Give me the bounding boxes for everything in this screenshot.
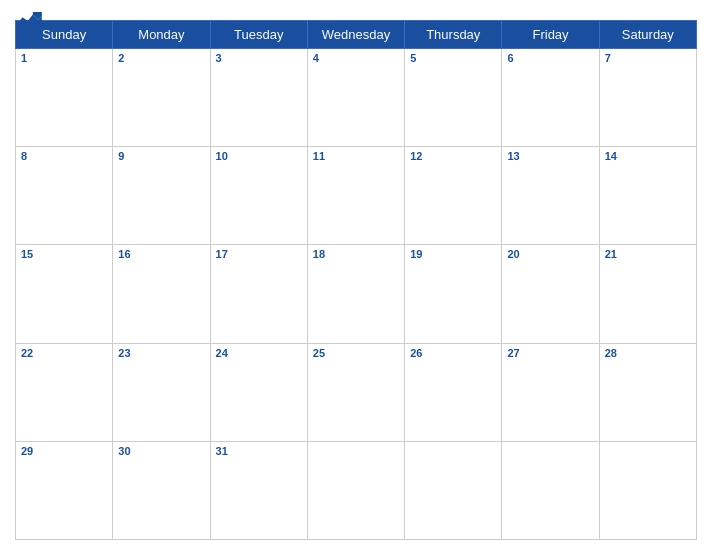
date-number: 11 bbox=[313, 150, 399, 162]
header-wednesday: Wednesday bbox=[307, 21, 404, 49]
date-number: 9 bbox=[118, 150, 204, 162]
date-number: 16 bbox=[118, 248, 204, 260]
calendar-day: 13 bbox=[502, 147, 599, 245]
date-number: 26 bbox=[410, 347, 496, 359]
calendar-day: 7 bbox=[599, 49, 696, 147]
date-number: 25 bbox=[313, 347, 399, 359]
date-number: 28 bbox=[605, 347, 691, 359]
header-saturday: Saturday bbox=[599, 21, 696, 49]
logo-icon bbox=[15, 12, 43, 30]
date-number: 31 bbox=[216, 445, 302, 457]
calendar-day: 1 bbox=[16, 49, 113, 147]
calendar-day: 29 bbox=[16, 441, 113, 539]
calendar-day: 31 bbox=[210, 441, 307, 539]
date-number: 14 bbox=[605, 150, 691, 162]
calendar-day bbox=[405, 441, 502, 539]
date-number: 10 bbox=[216, 150, 302, 162]
calendar-header bbox=[15, 10, 697, 14]
calendar-day: 5 bbox=[405, 49, 502, 147]
date-number: 22 bbox=[21, 347, 107, 359]
calendar-day: 15 bbox=[16, 245, 113, 343]
date-number: 15 bbox=[21, 248, 107, 260]
calendar-day: 24 bbox=[210, 343, 307, 441]
calendar-day: 28 bbox=[599, 343, 696, 441]
week-row-5: 293031 bbox=[16, 441, 697, 539]
calendar-day: 11 bbox=[307, 147, 404, 245]
header-friday: Friday bbox=[502, 21, 599, 49]
calendar-day: 9 bbox=[113, 147, 210, 245]
calendar-day: 10 bbox=[210, 147, 307, 245]
calendar-day: 22 bbox=[16, 343, 113, 441]
calendar-day: 2 bbox=[113, 49, 210, 147]
date-number: 12 bbox=[410, 150, 496, 162]
date-number: 2 bbox=[118, 52, 204, 64]
date-number: 21 bbox=[605, 248, 691, 260]
logo bbox=[15, 12, 43, 31]
date-number: 24 bbox=[216, 347, 302, 359]
calendar-day: 16 bbox=[113, 245, 210, 343]
date-number: 5 bbox=[410, 52, 496, 64]
calendar-day: 26 bbox=[405, 343, 502, 441]
calendar-day: 30 bbox=[113, 441, 210, 539]
date-number: 13 bbox=[507, 150, 593, 162]
date-number: 17 bbox=[216, 248, 302, 260]
day-headers-row: Sunday Monday Tuesday Wednesday Thursday… bbox=[16, 21, 697, 49]
date-number: 29 bbox=[21, 445, 107, 457]
calendar-table: Sunday Monday Tuesday Wednesday Thursday… bbox=[15, 20, 697, 540]
header-thursday: Thursday bbox=[405, 21, 502, 49]
calendar-day bbox=[599, 441, 696, 539]
calendar-day: 19 bbox=[405, 245, 502, 343]
calendar-day: 12 bbox=[405, 147, 502, 245]
calendar-day: 21 bbox=[599, 245, 696, 343]
week-row-1: 1234567 bbox=[16, 49, 697, 147]
calendar-day: 14 bbox=[599, 147, 696, 245]
week-row-3: 15161718192021 bbox=[16, 245, 697, 343]
calendar-day: 17 bbox=[210, 245, 307, 343]
calendar-day bbox=[307, 441, 404, 539]
date-number: 3 bbox=[216, 52, 302, 64]
date-number: 8 bbox=[21, 150, 107, 162]
date-number: 7 bbox=[605, 52, 691, 64]
date-number: 27 bbox=[507, 347, 593, 359]
calendar-day: 6 bbox=[502, 49, 599, 147]
calendar-day: 25 bbox=[307, 343, 404, 441]
header-tuesday: Tuesday bbox=[210, 21, 307, 49]
date-number: 1 bbox=[21, 52, 107, 64]
date-number: 4 bbox=[313, 52, 399, 64]
calendar-day: 8 bbox=[16, 147, 113, 245]
calendar-day: 23 bbox=[113, 343, 210, 441]
week-row-4: 22232425262728 bbox=[16, 343, 697, 441]
calendar-day: 27 bbox=[502, 343, 599, 441]
header-monday: Monday bbox=[113, 21, 210, 49]
calendar-day: 20 bbox=[502, 245, 599, 343]
calendar-day: 4 bbox=[307, 49, 404, 147]
calendar-day: 3 bbox=[210, 49, 307, 147]
calendar-day: 18 bbox=[307, 245, 404, 343]
date-number: 30 bbox=[118, 445, 204, 457]
week-row-2: 891011121314 bbox=[16, 147, 697, 245]
date-number: 23 bbox=[118, 347, 204, 359]
calendar-day bbox=[502, 441, 599, 539]
date-number: 19 bbox=[410, 248, 496, 260]
date-number: 20 bbox=[507, 248, 593, 260]
date-number: 18 bbox=[313, 248, 399, 260]
date-number: 6 bbox=[507, 52, 593, 64]
